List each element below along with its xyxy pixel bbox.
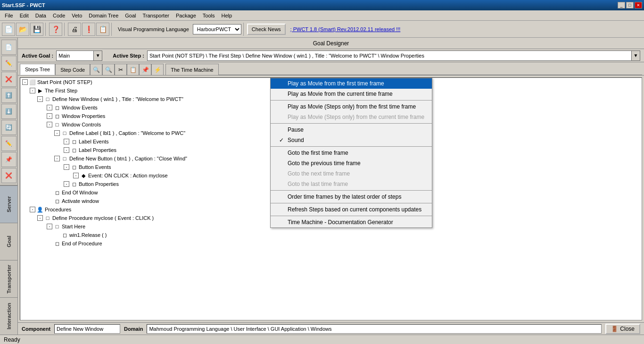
tree-exp-13[interactable]: - xyxy=(64,181,69,187)
tree-text-12: Event: ON CLICK : Action myclose xyxy=(88,173,168,178)
tab-icon-zoom-in[interactable]: 🔍 xyxy=(102,64,115,75)
sep-4 xyxy=(271,190,432,191)
dropdown-item-refresh[interactable]: Refresh Steps based on current component… xyxy=(271,204,432,215)
menu-transporter[interactable]: Transporter xyxy=(140,12,172,19)
sep-2 xyxy=(271,123,432,124)
menu-code[interactable]: Code xyxy=(50,12,68,19)
active-step-input[interactable] xyxy=(147,50,632,61)
doc-button[interactable]: 📋 xyxy=(96,23,109,36)
close-button[interactable]: 🚪 Close xyxy=(605,324,640,334)
alert-button[interactable]: ❗ xyxy=(82,23,95,36)
dropdown-item-goto-next[interactable]: Goto the next time frame xyxy=(271,168,432,179)
save-button[interactable]: 💾 xyxy=(30,23,43,36)
language-select[interactable]: HarbourPWCT xyxy=(193,24,241,34)
tree-node-20[interactable]: ◻ End of Procedure xyxy=(20,239,642,248)
tree-icon-3: □ xyxy=(44,95,51,103)
tree-exp-2[interactable]: - xyxy=(30,88,35,93)
window-controls[interactable]: _ □ ✕ xyxy=(618,2,642,8)
tree-exp-10[interactable]: - xyxy=(54,156,60,161)
sidebar-icon-2[interactable]: ✏️ xyxy=(1,56,17,71)
sidebar-icon-1[interactable]: 📄 xyxy=(1,40,17,55)
menu-file[interactable]: File xyxy=(2,12,16,19)
tab-icon-copy[interactable]: 📋 xyxy=(127,64,139,75)
tree-icon-1: ⬜ xyxy=(29,78,36,86)
check-news-button[interactable]: Check News xyxy=(247,24,286,35)
menu-package[interactable]: Package xyxy=(173,12,199,19)
sidebar-tab-interaction[interactable]: Interaction xyxy=(0,297,17,335)
tree-icon-9: ◻ xyxy=(70,146,78,154)
close-window-button[interactable]: ✕ xyxy=(635,2,642,8)
tree-text-8: Label Events xyxy=(79,139,109,144)
dropdown-item-play-steps-first[interactable]: Play as Movie (Steps only) from the firs… xyxy=(271,101,432,112)
menu-goal[interactable]: Goal xyxy=(122,12,139,19)
active-step-arrow[interactable]: ▼ xyxy=(632,50,640,61)
dropdown-item-play-first[interactable]: Play as Movie from the first time frame xyxy=(271,78,432,89)
tree-exp-3[interactable]: - xyxy=(37,96,43,102)
sidebar-tab-transporter[interactable]: Transporter xyxy=(0,260,17,297)
menu-data[interactable]: Data xyxy=(33,12,49,19)
sidebar-tab-server[interactable]: Server xyxy=(0,185,17,223)
tree-exp-8[interactable]: - xyxy=(64,139,69,144)
menu-veto[interactable]: Veto xyxy=(69,12,85,19)
menu-help[interactable]: Help xyxy=(218,12,235,19)
tree-exp-7[interactable]: - xyxy=(54,130,60,136)
tree-exp-18[interactable]: - xyxy=(47,224,52,229)
dropdown-item-goto-first[interactable]: Goto the first time frame xyxy=(271,148,432,158)
sidebar-icon-6[interactable]: 🔄 xyxy=(1,120,17,135)
tree-exp-12[interactable]: - xyxy=(73,173,79,178)
tree-exp-11[interactable]: - xyxy=(64,164,69,170)
tab-icon-zoom-out[interactable]: 🔍 xyxy=(90,64,102,75)
dropdown-item-play-current[interactable]: Play as Movie from the current time fram… xyxy=(271,89,432,99)
tree-area[interactable]: - ⬜ Start Point (NOT STEP) - ▶ The First… xyxy=(20,77,642,320)
sidebar-icon-8[interactable]: 📌 xyxy=(1,152,17,167)
sidebar-icon-9[interactable]: ❌ xyxy=(1,168,17,183)
domain-value: Mahmoud Programming Language \ User Inte… xyxy=(147,324,602,334)
tree-exp-6[interactable]: - xyxy=(47,122,52,127)
close-label: Close xyxy=(620,326,635,332)
sidebar-icon-5[interactable]: ⬇️ xyxy=(1,104,17,119)
tree-exp-4[interactable]: - xyxy=(47,105,52,110)
help-button[interactable]: ❓ xyxy=(49,23,62,36)
tab-icon-action[interactable]: ⚡ xyxy=(151,64,164,75)
dropdown-item-goto-prev[interactable]: Goto the previous time frame xyxy=(271,158,432,168)
tab-time-machine[interactable]: The Time Machine xyxy=(165,64,218,75)
tree-exp-16[interactable]: - xyxy=(30,207,35,212)
tree-icon-10: □ xyxy=(61,155,68,162)
sidebar-tab-goal[interactable]: Goal xyxy=(0,223,17,260)
menu-edit[interactable]: Edit xyxy=(17,12,32,19)
minimize-button[interactable]: _ xyxy=(618,2,625,8)
new-button[interactable]: 📄 xyxy=(2,23,15,36)
dropdown-item-doc-gen[interactable]: Time Machine - Documentation Generator xyxy=(271,217,432,227)
maximize-button[interactable]: □ xyxy=(626,2,634,8)
label-refresh: Refresh Steps based on current component… xyxy=(288,206,421,213)
dropdown-item-play-steps-current[interactable]: Play as Movie (Steps only) from the curr… xyxy=(271,112,432,122)
dropdown-item-order[interactable]: Order time frames by the latest order of… xyxy=(271,192,432,202)
bottom-bar: Component Define New Window Domain Mahmo… xyxy=(18,322,644,335)
tree-text-10: Define New Button ( btn1 ) , Caption : "… xyxy=(69,156,187,161)
sidebar-icon-3[interactable]: ❌ xyxy=(1,72,17,87)
active-goal-input[interactable] xyxy=(56,50,94,61)
menu-tools[interactable]: Tools xyxy=(200,12,218,19)
dropdown-item-sound[interactable]: ✓ Sound xyxy=(271,135,432,145)
active-goal-arrow[interactable]: ▼ xyxy=(94,50,102,61)
domain-label: Domain xyxy=(124,326,143,332)
tree-exp-1[interactable]: - xyxy=(22,79,28,85)
tabs-line xyxy=(219,75,642,75)
sidebar-icon-4[interactable]: ⬆️ xyxy=(1,88,17,103)
sidebar-icon-7[interactable]: ✏️ xyxy=(1,136,17,151)
tree-icon-18: □ xyxy=(53,223,61,230)
tree-icon-20: ◻ xyxy=(53,240,61,247)
tab-icon-cut[interactable]: ✂ xyxy=(115,64,127,75)
menu-domain-tree[interactable]: Domain Tree xyxy=(86,12,121,19)
tree-node-19[interactable]: ◻ win1.Release ( ) xyxy=(20,231,642,239)
tab-steps-tree[interactable]: Steps Tree xyxy=(20,64,55,75)
tree-exp-9[interactable]: - xyxy=(64,147,69,153)
tab-icon-paste[interactable]: 📌 xyxy=(139,64,151,75)
tree-exp-5[interactable]: - xyxy=(47,113,52,119)
tree-exp-17[interactable]: - xyxy=(37,215,43,221)
dropdown-item-goto-last[interactable]: Goto the last time frame xyxy=(271,179,432,189)
dropdown-item-pause[interactable]: Pause xyxy=(271,125,432,135)
tab-step-code[interactable]: Step Code xyxy=(55,64,90,75)
print-button[interactable]: 🖨 xyxy=(68,23,81,36)
open-button[interactable]: 📂 xyxy=(16,23,29,36)
